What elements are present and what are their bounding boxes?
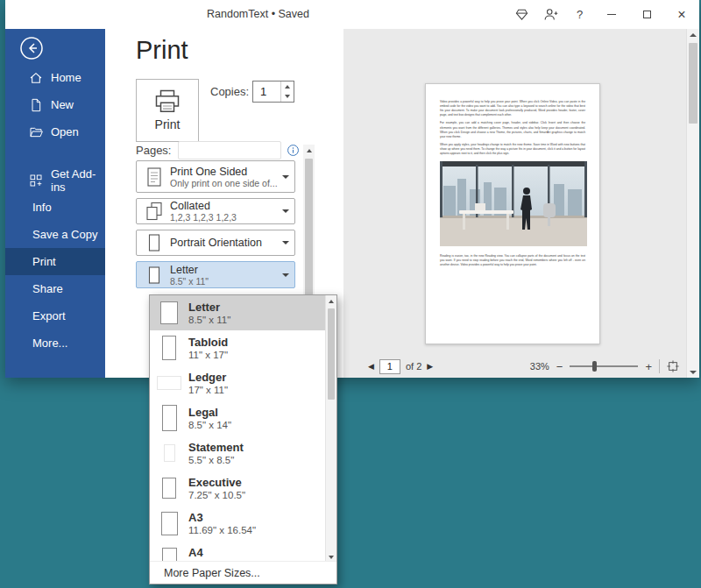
- printer-icon: [154, 89, 181, 114]
- new-document-icon: [29, 98, 43, 112]
- page-title: Print: [136, 36, 188, 65]
- titlebar-controls: ? ×: [507, 0, 699, 29]
- desktop-background: RandomText • Saved ? ×: [0, 0, 701, 588]
- scroll-up-icon[interactable]: [687, 29, 699, 40]
- title-bar: RandomText • Saved ? ×: [5, 0, 699, 29]
- copies-increment-button[interactable]: [281, 81, 294, 92]
- more-paper-sizes-button[interactable]: More Paper Sizes...: [150, 561, 336, 584]
- people-icon[interactable]: [536, 0, 565, 29]
- print-button[interactable]: Print: [136, 79, 199, 142]
- statement-page-icon: [164, 444, 175, 462]
- collated-pages-icon: [144, 202, 165, 221]
- paper-size-item-executive[interactable]: Executive 7.25" x 10.5": [150, 471, 336, 506]
- current-page-input[interactable]: 1: [379, 359, 400, 374]
- copies-stepper: [252, 81, 294, 103]
- zoom-slider-track: [570, 365, 638, 367]
- scroll-up-icon[interactable]: [326, 295, 336, 307]
- paper-size-item-statement[interactable]: Statement 5.5" x 8.5": [150, 436, 336, 471]
- zoom-in-button[interactable]: +: [645, 360, 652, 373]
- document-title: RandomText • Saved: [207, 0, 309, 29]
- copies-spin-buttons: [280, 81, 294, 102]
- paper-size-item-letter[interactable]: Letter 8.5" x 11": [150, 295, 336, 330]
- copies-input[interactable]: [253, 81, 280, 102]
- scroll-up-icon[interactable]: [303, 145, 315, 156]
- paper-size-dropdown: Letter 8.5" x 11" Tabloid 11" x 17" Ledg…: [149, 294, 337, 584]
- dropdown-scrollbar[interactable]: [325, 295, 336, 563]
- paper-size-item-tabloid[interactable]: Tabloid 11" x 17": [150, 330, 336, 365]
- zoom-slider[interactable]: [570, 360, 638, 372]
- gem-icon[interactable]: [507, 0, 536, 29]
- scrollbar-thumb[interactable]: [689, 43, 697, 124]
- zoom-out-button[interactable]: −: [556, 360, 563, 373]
- close-icon: ×: [677, 8, 685, 22]
- sidebar-item-new[interactable]: New: [5, 91, 105, 118]
- sidebar-item-save-a-copy[interactable]: Save a Copy: [5, 221, 105, 248]
- open-folder-icon: [29, 125, 43, 139]
- minimize-button[interactable]: [594, 0, 629, 29]
- help-button[interactable]: ?: [565, 0, 594, 29]
- sidebar-item-home[interactable]: Home: [5, 64, 105, 91]
- chevron-down-icon: [282, 241, 289, 244]
- ledger-page-icon: [157, 376, 181, 390]
- paper-size-item-legal[interactable]: Legal 8.5" x 14": [150, 400, 336, 436]
- setting-orientation[interactable]: Portrait Orientation: [136, 230, 295, 256]
- paper-size-item-a4[interactable]: A4 8.27" x 11.69": [150, 541, 336, 563]
- next-page-icon[interactable]: ▶: [427, 362, 433, 371]
- pages-row: Pages:: [136, 141, 300, 159]
- down-arrow-icon: [285, 95, 290, 98]
- legal-page-icon: [162, 405, 177, 431]
- copies-label: Copies:: [210, 85, 249, 98]
- sidebar-item-get-addins[interactable]: Get Add-ins: [5, 166, 105, 194]
- a3-page-icon: [161, 512, 178, 535]
- zoom-controls: 33% − +: [530, 359, 679, 373]
- executive-page-icon: [162, 478, 176, 499]
- preview-toolbar: ◀ 1 of 2 ▶ 33% − +: [343, 355, 686, 378]
- zoom-slider-thumb[interactable]: [592, 361, 597, 372]
- paper-size-page-icon: [144, 266, 165, 284]
- sidebar-item-export[interactable]: Export: [5, 302, 105, 329]
- sidebar-item-open[interactable]: Open: [5, 118, 105, 145]
- print-preview-area: Video provides a powerful way to help yo…: [343, 29, 686, 378]
- paper-size-item-ledger[interactable]: Ledger 17" x 11": [150, 365, 336, 400]
- setting-paper-size[interactable]: Letter 8.5" x 11": [136, 261, 295, 288]
- zoom-to-page-icon[interactable]: [667, 360, 679, 372]
- sidebar-menu: Home New Open Get Add-ins Info Save a Co…: [5, 64, 105, 357]
- page-navigation: ◀ 1 of 2 ▶: [368, 359, 433, 374]
- tabloid-page-icon: [162, 336, 176, 360]
- maximize-icon: [643, 11, 651, 18]
- chevron-down-icon: [282, 175, 289, 179]
- pages-label: Pages:: [136, 144, 171, 157]
- home-icon: [29, 71, 43, 85]
- letter-page-icon: [160, 301, 178, 324]
- scroll-down-icon[interactable]: [687, 366, 699, 378]
- preview-paragraph: Video provides a powerful way to help yo…: [440, 100, 585, 117]
- zoom-level-label: 33%: [530, 361, 549, 372]
- sidebar-item-print[interactable]: Print: [5, 248, 105, 275]
- divider: [659, 359, 660, 373]
- setting-collation[interactable]: Collated 1,2,3 1,2,3 1,2,3: [136, 198, 295, 224]
- paper-size-item-a3[interactable]: A3 11.69" x 16.54": [150, 506, 336, 541]
- sidebar-item-info[interactable]: Info: [5, 194, 105, 221]
- sidebar-item-more[interactable]: More...: [5, 329, 105, 357]
- minimize-icon: [607, 14, 616, 15]
- preview-paragraph: For example, you can add a matching cove…: [440, 121, 585, 138]
- pages-input[interactable]: [178, 141, 281, 159]
- word-window: RandomText • Saved ? ×: [5, 0, 699, 378]
- preview-scrollbar[interactable]: [686, 29, 699, 378]
- up-arrow-icon: [285, 85, 290, 89]
- previous-page-icon[interactable]: ◀: [368, 362, 374, 371]
- scrollbar-thumb[interactable]: [328, 308, 335, 400]
- chevron-down-icon: [282, 209, 289, 213]
- maximize-button[interactable]: [629, 0, 664, 29]
- setting-print-one-sided[interactable]: Print One Sided Only print on one side o…: [136, 160, 295, 193]
- backstage-sidebar: Home New Open Get Add-ins Info Save a Co…: [5, 29, 105, 378]
- print-settings-list: Print One Sided Only print on one side o…: [136, 160, 295, 288]
- close-button[interactable]: ×: [664, 0, 699, 29]
- preview-photo: [440, 161, 587, 246]
- info-icon[interactable]: [287, 144, 300, 157]
- one-sided-page-icon: [144, 166, 165, 188]
- page-count-label: of 2: [406, 361, 421, 372]
- sidebar-item-share[interactable]: Share: [5, 275, 105, 302]
- back-button[interactable]: [19, 36, 44, 60]
- copies-decrement-button[interactable]: [281, 92, 294, 103]
